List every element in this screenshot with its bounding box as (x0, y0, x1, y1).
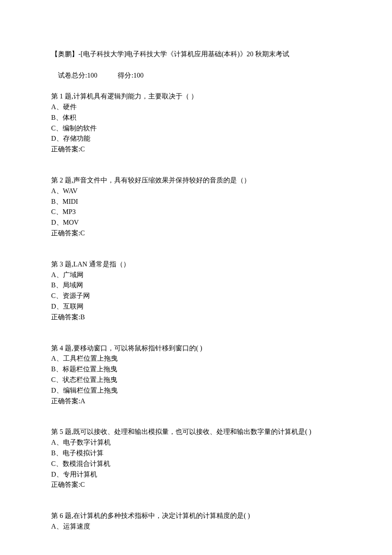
question-option: C、状态栏位置上拖曳 (51, 375, 341, 385)
question-option: A、WAV (51, 186, 341, 197)
question-stem: 第 2 题,声音文件中，具有较好压缩效果并保持较好的音质的是（） (51, 175, 341, 186)
question-option: B、电子模拟计算 (51, 448, 341, 459)
question-stem: 第 3 题,LAN 通常是指（） (51, 259, 341, 270)
question-option: C、资源子网 (51, 291, 341, 301)
question-option: A、运算速度 (51, 521, 341, 532)
question-stem: 第 5 题,既可以接收、处理和输出模拟量，也可以接收、处理和输出数字量的计算机是… (51, 427, 341, 437)
question-option: B、体积 (51, 113, 341, 123)
question-option: A、工具栏位置上拖曳 (51, 353, 341, 364)
question-3: 第 3 题,LAN 通常是指（） A、广域网 B、局域网 C、资源子网 D、互联… (51, 259, 341, 323)
question-option: D、MOV (51, 217, 341, 228)
answer-value: C (80, 229, 85, 237)
question-option: C、数模混合计算机 (51, 459, 341, 469)
answer-label: 正确答案: (51, 397, 80, 405)
answer-line: 正确答案:C (51, 144, 341, 155)
question-option: C、编制的软件 (51, 123, 341, 134)
question-stem: 第 6 题,在计算机的多种技术指标中，决定计算机的计算精度的是( ) (51, 511, 341, 521)
question-option: D、存储功能 (51, 133, 341, 144)
got-score-label: 得分: (118, 70, 133, 81)
question-4: 第 4 题,要移动窗口，可以将鼠标指针移到窗口的( ) A、工具栏位置上拖曳 B… (51, 343, 341, 407)
answer-value: A (80, 397, 85, 405)
total-score-label: 试卷总分: (58, 70, 87, 81)
question-1: 第 1 题,计算机具有逻辑判能力，主要取决于（ ） A、硬件 B、体积 C、编制… (51, 91, 341, 155)
question-option: D、编辑栏位置上拖曳 (51, 385, 341, 396)
answer-line: 正确答案:C (51, 228, 341, 239)
question-option: B、局域网 (51, 280, 341, 291)
question-option: D、专用计算机 (51, 469, 341, 480)
answer-value: C (80, 481, 85, 488)
question-2: 第 2 题,声音文件中，具有较好压缩效果并保持较好的音质的是（） A、WAV B… (51, 175, 341, 239)
answer-value: B (80, 313, 85, 321)
answer-label: 正确答案: (51, 229, 80, 237)
question-option: A、广域网 (51, 270, 341, 280)
answer-line: 正确答案:A (51, 396, 341, 407)
question-6: 第 6 题,在计算机的多种技术指标中，决定计算机的计算精度的是( ) A、运算速… (51, 511, 341, 532)
question-stem: 第 1 题,计算机具有逻辑判能力，主要取决于（ ） (51, 91, 341, 102)
answer-label: 正确答案: (51, 313, 80, 321)
exam-title: 【奥鹏】-[电子科技大学]电子科技大学《计算机应用基础(本科)》20 秋期末考试 (51, 49, 341, 60)
question-option: A、硬件 (51, 102, 341, 113)
score-line: 试卷总分:100得分:100 (51, 60, 341, 91)
answer-line: 正确答案:B (51, 312, 341, 323)
total-score-value: 100 (87, 70, 97, 81)
question-5: 第 5 题,既可以接收、处理和输出模拟量，也可以接收、处理和输出数字量的计算机是… (51, 427, 341, 490)
question-option: B、MIDI (51, 197, 341, 207)
question-option: B、标题栏位置上拖曳 (51, 364, 341, 375)
question-stem: 第 4 题,要移动窗口，可以将鼠标指针移到窗口的( ) (51, 343, 341, 354)
answer-line: 正确答案:C (51, 480, 341, 490)
question-option: C、MP3 (51, 207, 341, 217)
question-option: D、互联网 (51, 301, 341, 312)
answer-value: C (80, 145, 85, 153)
answer-label: 正确答案: (51, 145, 80, 153)
exam-page: 【奥鹏】-[电子科技大学]电子科技大学《计算机应用基础(本科)》20 秋期末考试… (0, 0, 392, 555)
question-option: A、电子数字计算机 (51, 437, 341, 448)
got-score-value: 100 (133, 70, 144, 81)
answer-label: 正确答案: (51, 481, 80, 488)
